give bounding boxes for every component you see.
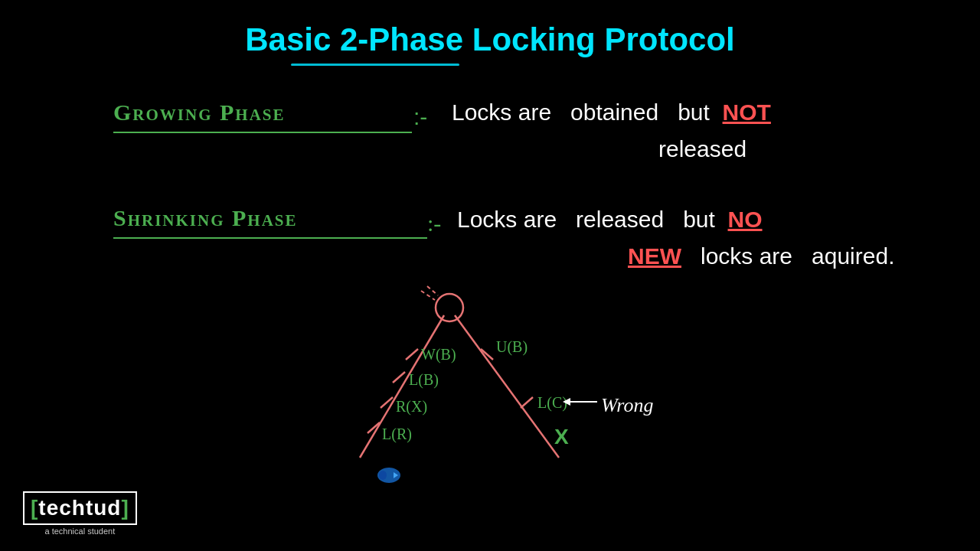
shrinking-phase-text1: Locks are released but NO (457, 207, 763, 233)
shrinking-phase-underline (113, 237, 427, 239)
title-underline (291, 64, 459, 66)
shrinking-phase-colon: :- (427, 210, 441, 236)
svg-line-8 (521, 397, 533, 408)
svg-line-3 (406, 349, 418, 360)
slide: Basic 2-Phase Locking Protocol Growing P… (0, 0, 980, 551)
svg-line-20 (427, 286, 438, 295)
svg-line-19 (421, 291, 435, 300)
growing-phase-underline (113, 132, 412, 133)
diagram: W(B) L(B) R(X) L(R) U(B) L(C) Wrong X (268, 283, 804, 513)
shrinking-phase-label: Shrinking Phase (113, 205, 298, 231)
growing-phase-released: released (658, 136, 746, 162)
svg-text:L(R): L(R) (382, 425, 412, 443)
logo-tagline: a technical student (23, 527, 137, 536)
techtud-logo: [techtud] a technical student (23, 491, 137, 536)
shrinking-phase-text2: NEW locks are aquired. (628, 243, 894, 269)
growing-phase-colon: :- (413, 104, 427, 130)
page-title: Basic 2-Phase Locking Protocol (245, 21, 735, 58)
cursor-pen (377, 467, 401, 484)
growing-phase-label: Growing Phase (113, 99, 286, 126)
growing-phase-text: Locks are obtained but NOT (452, 99, 771, 126)
svg-point-23 (379, 471, 387, 480)
svg-line-4 (393, 372, 405, 383)
svg-text:Wrong: Wrong (601, 394, 653, 416)
svg-text:W(B): W(B) (421, 346, 456, 364)
svg-text:U(B): U(B) (496, 338, 528, 356)
svg-point-2 (436, 294, 463, 321)
svg-text:L(C): L(C) (537, 394, 567, 412)
svg-text:R(X): R(X) (396, 398, 427, 416)
svg-text:X: X (554, 425, 569, 448)
svg-text:L(B): L(B) (409, 371, 439, 389)
svg-line-1 (455, 315, 559, 458)
